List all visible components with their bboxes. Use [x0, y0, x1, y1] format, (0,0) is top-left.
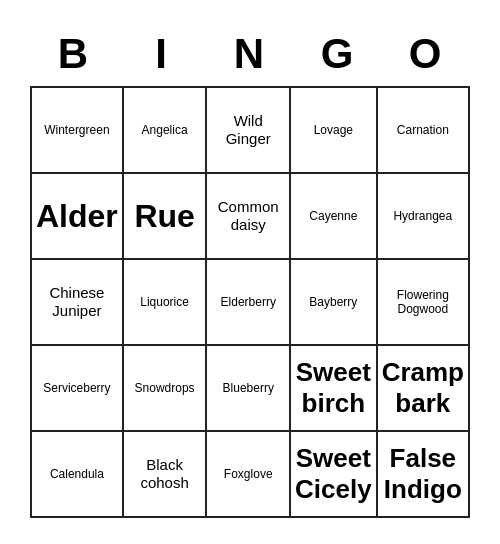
- bingo-cell: Sweet birch: [291, 346, 378, 432]
- bingo-card: BINGO WintergreenAngelicaWild GingerLova…: [20, 16, 480, 528]
- bingo-cell: False Indigo: [378, 432, 470, 518]
- header-letter: G: [294, 26, 382, 86]
- cell-label: Carnation: [397, 123, 449, 137]
- bingo-cell: Bayberry: [291, 260, 378, 346]
- cell-label: False Indigo: [382, 443, 464, 505]
- cell-label: Foxglove: [224, 467, 273, 481]
- bingo-header: BINGO: [30, 26, 470, 86]
- bingo-cell: Chinese Juniper: [32, 260, 124, 346]
- cell-label: Flowering Dogwood: [382, 288, 464, 317]
- bingo-cell: Rue: [124, 174, 208, 260]
- bingo-cell: Calendula: [32, 432, 124, 518]
- cell-label: Lovage: [314, 123, 353, 137]
- bingo-cell: Black cohosh: [124, 432, 208, 518]
- cell-label: Liquorice: [140, 295, 189, 309]
- bingo-cell: Cramp bark: [378, 346, 470, 432]
- bingo-cell: Snowdrops: [124, 346, 208, 432]
- bingo-cell: Liquorice: [124, 260, 208, 346]
- cell-label: Alder: [36, 197, 118, 235]
- bingo-cell: Elderberry: [207, 260, 291, 346]
- bingo-cell: Alder: [32, 174, 124, 260]
- cell-label: Chinese Juniper: [36, 284, 118, 320]
- cell-label: Cayenne: [309, 209, 357, 223]
- bingo-cell: Common daisy: [207, 174, 291, 260]
- header-letter: N: [206, 26, 294, 86]
- bingo-cell: Serviceberry: [32, 346, 124, 432]
- bingo-cell: Hydrangea: [378, 174, 470, 260]
- cell-label: Common daisy: [211, 198, 285, 234]
- header-letter: B: [30, 26, 118, 86]
- cell-label: Angelica: [142, 123, 188, 137]
- bingo-cell: Cayenne: [291, 174, 378, 260]
- cell-label: Bayberry: [309, 295, 357, 309]
- cell-label: Elderberry: [221, 295, 276, 309]
- header-letter: I: [118, 26, 206, 86]
- cell-label: Snowdrops: [135, 381, 195, 395]
- bingo-cell: Carnation: [378, 88, 470, 174]
- cell-label: Cramp bark: [382, 357, 464, 419]
- bingo-grid: WintergreenAngelicaWild GingerLovageCarn…: [30, 86, 470, 518]
- cell-label: Serviceberry: [43, 381, 110, 395]
- cell-label: Calendula: [50, 467, 104, 481]
- header-letter: O: [382, 26, 470, 86]
- cell-label: Sweet birch: [295, 357, 372, 419]
- cell-label: Wintergreen: [44, 123, 109, 137]
- bingo-cell: Lovage: [291, 88, 378, 174]
- cell-label: Wild Ginger: [211, 112, 285, 148]
- bingo-cell: Foxglove: [207, 432, 291, 518]
- bingo-cell: Wintergreen: [32, 88, 124, 174]
- cell-label: Hydrangea: [393, 209, 452, 223]
- bingo-cell: Angelica: [124, 88, 208, 174]
- bingo-cell: Blueberry: [207, 346, 291, 432]
- bingo-cell: Sweet Cicely: [291, 432, 378, 518]
- bingo-cell: Flowering Dogwood: [378, 260, 470, 346]
- bingo-cell: Wild Ginger: [207, 88, 291, 174]
- cell-label: Sweet Cicely: [295, 443, 372, 505]
- cell-label: Rue: [134, 197, 194, 235]
- cell-label: Blueberry: [223, 381, 274, 395]
- cell-label: Black cohosh: [128, 456, 202, 492]
